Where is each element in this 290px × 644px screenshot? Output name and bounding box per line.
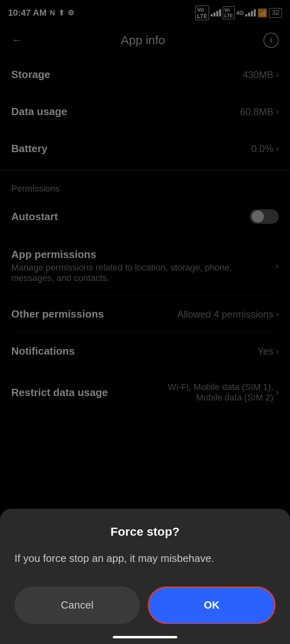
modal-title: Force stop? <box>14 525 276 539</box>
force-stop-modal: Force stop? If you force stop an app, it… <box>0 509 290 644</box>
ok-button[interactable]: OK <box>148 586 276 624</box>
modal-overlay: Force stop? If you force stop an app, it… <box>0 0 290 644</box>
modal-buttons: Cancel OK <box>14 586 276 624</box>
home-indicator <box>113 636 177 638</box>
cancel-button[interactable]: Cancel <box>14 586 140 624</box>
modal-body: If you force stop an app, it may misbeha… <box>14 551 276 566</box>
